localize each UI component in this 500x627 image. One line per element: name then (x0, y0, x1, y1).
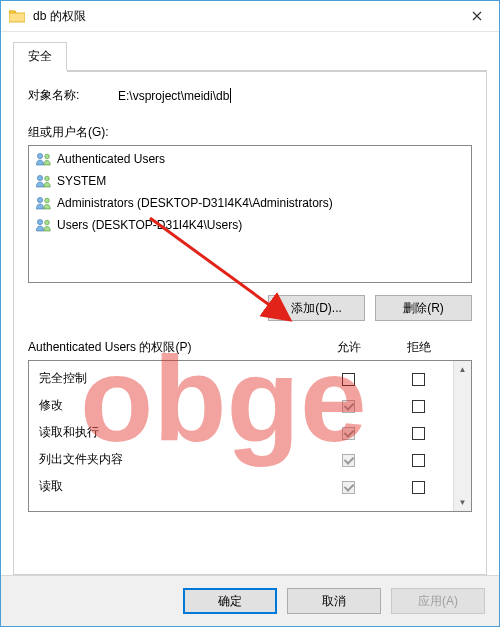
permissions-rows: 完全控制修改读取和执行列出文件夹内容读取 (29, 361, 453, 511)
svg-point-4 (37, 197, 42, 202)
permission-deny-checkbox[interactable] (412, 454, 425, 467)
dialog-footer: 确定 取消 应用(A) (1, 575, 499, 626)
users-group-icon (35, 152, 53, 166)
permissions-col-deny: 拒绝 (384, 339, 454, 356)
object-row: 对象名称: E:\vsproject\meidi\db (28, 87, 472, 104)
svg-point-5 (45, 198, 50, 203)
permission-allow-checkbox (342, 400, 355, 413)
permissions-header: Authenticated Users 的权限(P) 允许 拒绝 (28, 339, 472, 356)
permission-row: 列出文件夹内容 (29, 446, 453, 473)
permission-deny-checkbox[interactable] (412, 481, 425, 494)
permission-name: 列出文件夹内容 (39, 451, 313, 468)
svg-point-7 (45, 220, 50, 225)
list-item-label: SYSTEM (57, 172, 106, 190)
svg-point-6 (37, 219, 42, 224)
permission-allow-cell (313, 479, 383, 493)
permissions-header-label: Authenticated Users 的权限(P) (28, 339, 314, 356)
permission-row: 读取和执行 (29, 419, 453, 446)
list-item[interactable]: Authenticated Users (29, 148, 471, 170)
list-item[interactable]: Users (DESKTOP-D31I4K4\Users) (29, 214, 471, 236)
groups-label: 组或用户名(G): (28, 124, 472, 141)
tabstrip: 安全 (13, 42, 487, 71)
permission-allow-checkbox (342, 454, 355, 467)
users-group-icon (35, 218, 53, 232)
list-item-label: Users (DESKTOP-D31I4K4\Users) (57, 216, 242, 234)
permission-row: 修改 (29, 392, 453, 419)
scroll-down-button[interactable]: ▼ (454, 494, 471, 511)
text-cursor (230, 88, 231, 103)
close-button[interactable] (454, 1, 499, 31)
svg-point-1 (45, 154, 50, 159)
permission-deny-checkbox[interactable] (412, 373, 425, 386)
permission-deny-checkbox[interactable] (412, 427, 425, 440)
svg-point-2 (37, 175, 42, 180)
permission-row: 读取 (29, 473, 453, 500)
users-group-icon (35, 196, 53, 210)
permission-name: 修改 (39, 397, 313, 414)
permission-row: 完全控制 (29, 365, 453, 392)
permission-deny-cell (383, 398, 453, 412)
permission-name: 完全控制 (39, 370, 313, 387)
tabstrip-line (67, 43, 487, 72)
titlebar: db 的权限 (1, 1, 499, 32)
cancel-button[interactable]: 取消 (287, 588, 381, 614)
content-area: 安全 对象名称: E:\vsproject\meidi\db 组或用户名(G):… (1, 32, 499, 575)
permissions-table: 完全控制修改读取和执行列出文件夹内容读取 ▲ ▼ (28, 360, 472, 512)
list-item-label: Authenticated Users (57, 150, 165, 168)
remove-button[interactable]: 删除(R) (375, 295, 472, 321)
object-path: E:\vsproject\meidi\db (118, 89, 229, 103)
window-title: db 的权限 (33, 8, 454, 25)
permissions-scrollbar[interactable]: ▲ ▼ (453, 361, 471, 511)
permission-allow-cell (313, 452, 383, 466)
permission-allow-cell (313, 371, 383, 385)
svg-point-3 (45, 176, 50, 181)
permission-name: 读取和执行 (39, 424, 313, 441)
scroll-up-button[interactable]: ▲ (454, 361, 471, 378)
list-item[interactable]: Administrators (DESKTOP-D31I4K4\Administ… (29, 192, 471, 214)
ok-button[interactable]: 确定 (183, 588, 277, 614)
permission-deny-checkbox[interactable] (412, 400, 425, 413)
object-value-wrap: E:\vsproject\meidi\db (118, 88, 472, 103)
tab-security[interactable]: 安全 (13, 42, 67, 71)
permission-deny-cell (383, 371, 453, 385)
permission-allow-cell (313, 425, 383, 439)
permissions-col-spacer (454, 339, 472, 356)
permission-name: 读取 (39, 478, 313, 495)
permission-allow-checkbox (342, 427, 355, 440)
permissions-col-allow: 允许 (314, 339, 384, 356)
object-label: 对象名称: (28, 87, 118, 104)
scroll-track[interactable] (454, 378, 471, 494)
permission-deny-cell (383, 452, 453, 466)
svg-point-0 (37, 153, 42, 158)
group-buttons-row: 添加(D)... 删除(R) (28, 295, 472, 321)
apply-button[interactable]: 应用(A) (391, 588, 485, 614)
permission-deny-cell (383, 425, 453, 439)
permission-allow-checkbox[interactable] (342, 373, 355, 386)
permission-allow-checkbox (342, 481, 355, 494)
list-item[interactable]: SYSTEM (29, 170, 471, 192)
permission-allow-cell (313, 398, 383, 412)
properties-window: db 的权限 安全 对象名称: E:\vsproject\meidi\db 组或… (0, 0, 500, 627)
tab-body: 对象名称: E:\vsproject\meidi\db 组或用户名(G): Au… (13, 70, 487, 575)
users-group-icon (35, 174, 53, 188)
folder-icon (9, 9, 25, 23)
permission-deny-cell (383, 479, 453, 493)
groups-listbox[interactable]: Authenticated UsersSYSTEMAdministrators … (28, 145, 472, 283)
list-item-label: Administrators (DESKTOP-D31I4K4\Administ… (57, 194, 333, 212)
add-button[interactable]: 添加(D)... (268, 295, 365, 321)
